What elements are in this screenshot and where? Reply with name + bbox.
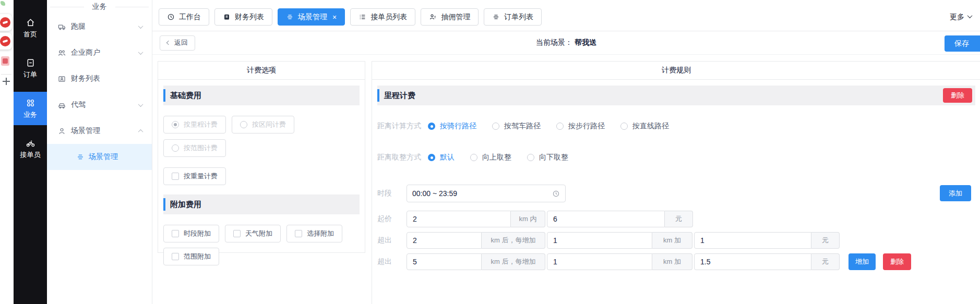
- radio-riding-route[interactable]: 按骑行路径: [428, 121, 476, 131]
- tab-finance-list[interactable]: 财务列表: [214, 8, 272, 26]
- menu-item-enterprise[interactable]: 企业商户: [47, 40, 152, 66]
- radio-label: 按里程计费: [184, 120, 218, 129]
- checkbox-weight-billing[interactable]: 按重量计费: [163, 167, 226, 185]
- add-tier-button[interactable]: 增加: [848, 253, 876, 270]
- tab-workbench[interactable]: 工作台: [159, 8, 209, 26]
- radio-walking-route[interactable]: 按步行路径: [556, 121, 605, 131]
- plus-icon[interactable]: [3, 78, 10, 85]
- extra-fee-section-header: 附加费用: [163, 194, 360, 214]
- tab-courier-list[interactable]: 接单员列表: [350, 8, 415, 26]
- more-label: 更多: [950, 13, 964, 22]
- chevron-up-icon: [138, 129, 144, 134]
- radio-straight-route[interactable]: 按直线路径: [620, 121, 669, 131]
- sidebar-item-orders[interactable]: 订单: [14, 52, 47, 85]
- radio-round-up[interactable]: 向上取整: [470, 153, 511, 162]
- sidebar-item-couriers[interactable]: 接单员: [14, 132, 47, 165]
- tab-label: 工作台: [179, 13, 201, 22]
- checkbox-label: 时段附加: [184, 229, 211, 238]
- base-price-input[interactable]: [547, 211, 665, 227]
- menu-subitem-scene-management[interactable]: 场景管理: [47, 144, 152, 170]
- card-icon: [223, 13, 231, 21]
- radio-label: 按直线路径: [632, 121, 669, 131]
- input-addon: km 加: [652, 253, 692, 270]
- radio-driving-route[interactable]: 按驾车路径: [492, 121, 541, 131]
- checkbox-weather-surcharge[interactable]: 天气附加: [225, 225, 281, 242]
- sidebar-item-business[interactable]: 业务: [14, 92, 47, 125]
- more-dropdown[interactable]: 更多: [950, 13, 972, 22]
- radio-label: 按步行路径: [568, 121, 605, 131]
- billing-rules-panel: 计费规则 里程计费 删除 距离计算方式 按骑行路径: [372, 61, 980, 304]
- pinned-app-tile[interactable]: [0, 33, 12, 50]
- delete-tier-button[interactable]: 删除: [883, 253, 911, 270]
- tab-bar: 工作台 财务列表 场景管理 × 接单员列表: [152, 0, 980, 31]
- radio-mileage-billing[interactable]: 按里程计费: [163, 116, 226, 133]
- time-range-input[interactable]: [412, 189, 552, 198]
- menu-item-scene-management[interactable]: 场景管理: [47, 118, 152, 144]
- input-addon: 元: [811, 232, 840, 249]
- menu-item-label: 场景管理: [71, 126, 139, 136]
- sidebar-item-home[interactable]: 首页: [14, 11, 47, 45]
- radio-round-down[interactable]: 向下取整: [527, 153, 568, 162]
- input-group: 元: [694, 232, 840, 249]
- sidebar-item-label: 业务: [23, 110, 37, 119]
- radio-label: 默认: [440, 153, 455, 162]
- dark-sidebar: 首页 订单 业务 接单员: [14, 0, 47, 304]
- menu-item-label: 企业商户: [71, 48, 139, 57]
- courier-icon: [26, 138, 35, 148]
- menu-item-finance[interactable]: 财务列表: [47, 66, 152, 92]
- time-range-row: 时段 添加: [377, 185, 975, 202]
- input-group: km 后，每增加: [407, 232, 545, 249]
- panel-body: 里程计费 删除 距离计算方式 按骑行路径 按驾车路径: [372, 80, 980, 276]
- red-stamp-icon[interactable]: [1, 56, 9, 66]
- users-icon: [57, 48, 66, 57]
- edge-strip: [0, 0, 14, 304]
- back-button[interactable]: 返回: [160, 35, 195, 51]
- checkbox-range-surcharge[interactable]: 范围附加: [163, 248, 219, 265]
- menu-item-label: 财务列表: [71, 74, 142, 83]
- pinned-app-tile[interactable]: [0, 14, 12, 31]
- base-distance-input[interactable]: [407, 211, 511, 227]
- close-icon[interactable]: ×: [332, 14, 337, 21]
- per-distance-input[interactable]: [547, 232, 652, 249]
- checkbox-select-surcharge[interactable]: 选择附加: [286, 225, 342, 242]
- per-price-input[interactable]: [694, 232, 811, 249]
- radio-range-billing[interactable]: 按范围计费: [163, 139, 226, 157]
- menu-item-driving[interactable]: 代驾: [47, 92, 152, 118]
- menu-item-errand[interactable]: 跑腿: [47, 14, 152, 40]
- add-time-range-button[interactable]: 添加: [940, 185, 971, 201]
- tab-label: 接单员列表: [371, 13, 407, 22]
- radio-default-rounding[interactable]: 默认: [428, 153, 455, 162]
- input-group: km 后，每增加: [407, 253, 545, 270]
- checkbox-time-surcharge[interactable]: 时段附加: [163, 225, 219, 242]
- fee-row-base: 起价 km 内 元: [377, 211, 975, 227]
- extra-fee-checkboxes-row1: 时段附加 天气附加 选择附加: [163, 225, 360, 242]
- back-label: 返回: [174, 38, 188, 47]
- menu-subitem-label: 场景管理: [89, 152, 118, 162]
- over-distance-input[interactable]: [407, 232, 482, 249]
- save-button[interactable]: 保存: [945, 35, 980, 52]
- section-title: 里程计费: [384, 91, 415, 101]
- per-distance-input[interactable]: [547, 253, 652, 270]
- time-range-picker[interactable]: [407, 185, 566, 202]
- checkbox-label: 范围附加: [184, 252, 211, 261]
- tab-scene-management[interactable]: 场景管理 ×: [278, 8, 345, 26]
- tab-commission-management[interactable]: 抽佣管理: [421, 8, 479, 26]
- checkbox-icon: [295, 230, 302, 237]
- over-distance-input[interactable]: [407, 253, 482, 270]
- panel-title: 计费选项: [158, 62, 365, 80]
- radio-label: 按骑行路径: [440, 121, 476, 131]
- current-scene-label: 当前场景：: [536, 38, 572, 46]
- home-icon: [26, 18, 35, 28]
- billing-options-panel: 计费选项 基础费用 按里程计费 按区间计费: [158, 61, 365, 253]
- radio-icon: [556, 123, 564, 130]
- radio-interval-billing[interactable]: 按区间计费: [232, 116, 294, 133]
- divider: [1, 74, 11, 75]
- tab-label: 订单列表: [504, 13, 533, 22]
- radio-icon: [492, 123, 499, 130]
- checkbox-icon: [172, 253, 179, 260]
- per-price-input[interactable]: [694, 253, 811, 270]
- delete-rule-button[interactable]: 删除: [943, 88, 972, 103]
- tab-order-list[interactable]: 订单列表: [484, 8, 542, 26]
- checkbox-icon: [172, 230, 179, 237]
- fee-row-label: 起价: [377, 214, 407, 224]
